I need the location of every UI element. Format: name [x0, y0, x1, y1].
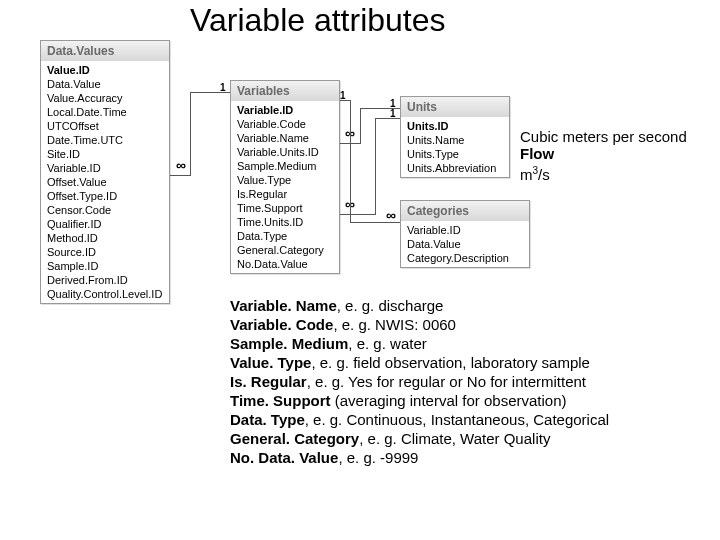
- field: Offset.Type.ID: [45, 189, 165, 203]
- field: Variable.Units.ID: [235, 145, 335, 159]
- field: No.Data.Value: [235, 257, 335, 271]
- description-row: Variable. Code, e. g. NWIS: 0060: [230, 315, 609, 334]
- field: Site.ID: [45, 147, 165, 161]
- field: Time.Support: [235, 201, 335, 215]
- field: Offset.Value: [45, 175, 165, 189]
- field: Units.Abbreviation: [405, 161, 505, 175]
- table-header-categories: Categories: [401, 201, 529, 221]
- cardinality-one: 1: [220, 82, 226, 93]
- cardinality-many: ∞: [176, 160, 186, 170]
- field: Quality.Control.Level.ID: [45, 287, 165, 301]
- field: Units.Type: [405, 147, 505, 161]
- cardinality-one: 1: [340, 90, 346, 101]
- table-header-data-values: Data.Values: [41, 41, 169, 61]
- connector-line: [340, 214, 375, 215]
- description-block: Variable. Name, e. g. discharge Variable…: [230, 296, 609, 467]
- field: Value.Type: [235, 173, 335, 187]
- field: Data.Value: [405, 237, 525, 251]
- table-data-values: Data.Values Value.ID Data.Value Value.Ac…: [40, 40, 170, 304]
- field: Value.Accuracy: [45, 91, 165, 105]
- table-categories: Categories Variable.ID Data.Value Catego…: [400, 200, 530, 268]
- cardinality-many: ∞: [386, 210, 396, 220]
- field: Source.ID: [45, 245, 165, 259]
- field: Variable.Name: [235, 131, 335, 145]
- field: UTCOffset: [45, 119, 165, 133]
- field: Sample.ID: [45, 259, 165, 273]
- connector-line: [375, 118, 400, 119]
- field: Value.ID: [45, 63, 165, 77]
- description-row: Value. Type, e. g. field observation, la…: [230, 353, 609, 372]
- field: Date.Time.UTC: [45, 133, 165, 147]
- annotation-line: m3/s: [520, 162, 687, 183]
- connector-line: [170, 175, 190, 176]
- table-variables: Variables Variable.ID Variable.Code Vari…: [230, 80, 340, 274]
- connector-line: [375, 118, 376, 215]
- description-row: Is. Regular, e. g. Yes for regular or No…: [230, 372, 609, 391]
- cardinality-one: 1: [390, 108, 396, 119]
- field: Local.Date.Time: [45, 105, 165, 119]
- field: Data.Type: [235, 229, 335, 243]
- page-title: Variable attributes: [190, 2, 446, 39]
- description-row: General. Category, e. g. Climate, Water …: [230, 429, 609, 448]
- field: Data.Value: [45, 77, 165, 91]
- table-header-units: Units: [401, 97, 509, 117]
- annotation-line: Flow: [520, 145, 687, 162]
- field: Variable.Code: [235, 117, 335, 131]
- description-row: Data. Type, e. g. Continuous, Instantane…: [230, 410, 609, 429]
- field: Censor.Code: [45, 203, 165, 217]
- field: Variable.ID: [235, 103, 335, 117]
- description-row: Sample. Medium, e. g. water: [230, 334, 609, 353]
- table-header-variables: Variables: [231, 81, 339, 101]
- field: Units.ID: [405, 119, 505, 133]
- field: Variable.ID: [405, 223, 525, 237]
- field: Qualifier.ID: [45, 217, 165, 231]
- field: Variable.ID: [45, 161, 165, 175]
- connector-line: [350, 100, 351, 222]
- field: Category.Description: [405, 251, 525, 265]
- field: Derived.From.ID: [45, 273, 165, 287]
- description-row: Variable. Name, e. g. discharge: [230, 296, 609, 315]
- connector-line: [360, 108, 361, 144]
- annotation-units: Cubic meters per second Flow m3/s: [520, 128, 687, 183]
- table-units: Units Units.ID Units.Name Units.Type Uni…: [400, 96, 510, 178]
- description-row: No. Data. Value, e. g. -9999: [230, 448, 609, 467]
- description-row: Time. Support (averaging interval for ob…: [230, 391, 609, 410]
- field: Is.Regular: [235, 187, 335, 201]
- field: Method.ID: [45, 231, 165, 245]
- field: Units.Name: [405, 133, 505, 147]
- field: Sample.Medium: [235, 159, 335, 173]
- connector-line: [190, 92, 191, 176]
- field: General.Category: [235, 243, 335, 257]
- field: Time.Units.ID: [235, 215, 335, 229]
- annotation-line: Cubic meters per second: [520, 128, 687, 145]
